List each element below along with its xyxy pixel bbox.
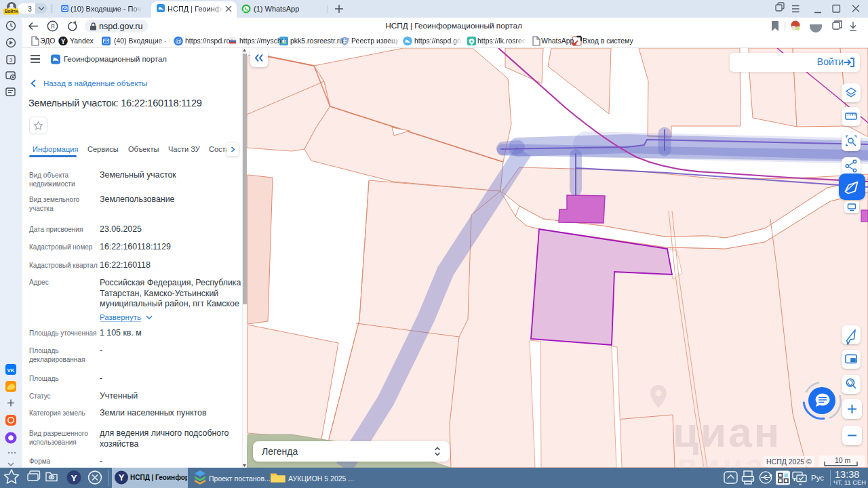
- svg-text:Y: Y: [61, 38, 66, 45]
- svg-text:Я: Я: [50, 23, 54, 30]
- svg-text:VK: VK: [7, 367, 15, 373]
- svg-text:Y: Y: [119, 472, 125, 483]
- svg-text:Войти: Войти: [5, 9, 18, 14]
- svg-text:@: @: [175, 37, 182, 45]
- svg-text:Y: Y: [71, 473, 77, 483]
- svg-text:3: 3: [9, 57, 12, 63]
- svg-text:3: 3: [28, 5, 32, 13]
